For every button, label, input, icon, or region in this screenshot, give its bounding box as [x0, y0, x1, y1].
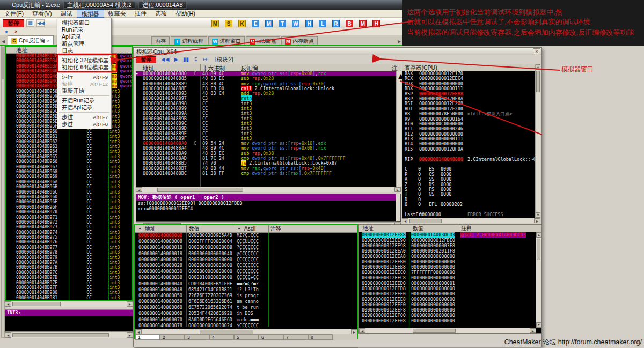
flag-row[interactable]: P0CS0000 [402, 172, 540, 177]
menu-选项[interactable]: 选项 [151, 10, 171, 18]
disasm-vscrollbar[interactable]: ▲ [396, 71, 401, 187]
toolbar-letter-M[interactable]: M [265, 20, 273, 27]
table-row[interactable]: 00000001400000380000010000000000ÇÇÇÇÇ+ÇÇ [135, 275, 357, 280]
table-row[interactable]: 000000000012EEA80000000000000000 [359, 254, 536, 259]
menu-收藏夹[interactable]: 收藏夹 [104, 10, 130, 18]
table-row[interactable]: 000000000012EEB00000000000000000 [359, 259, 536, 264]
breakpoint-icon[interactable]: ● [3, 29, 10, 35]
menu-item-暂停[interactable]: 暂停Alt+F12 [57, 80, 111, 87]
dump-tab-4[interactable]: 4 [209, 334, 234, 340]
registers-hscrollbar[interactable]: ◄► [402, 218, 540, 223]
table-row[interactable]: 00000001400000180000000000000040@ÇÇÇÇÇÇÇ [135, 251, 357, 257]
menu-item-日志[interactable]: 日志 [57, 47, 111, 54]
menu-item-步进[interactable]: 步进Alt+F7 [57, 114, 111, 121]
toolbar-letter-B[interactable]: B [346, 20, 353, 27]
table-row[interactable]: 00000001400000586F6E6E6163206D61am canno [135, 299, 357, 305]
table-row[interactable]: 00000001400000606E75722065622074t be run [135, 305, 357, 310]
toolbar-letter-L[interactable]: L [319, 20, 326, 27]
table-row[interactable]: 00000001400000000000000300905A4DMZ?Ç.ÇÇÇ [135, 233, 357, 239]
register-row[interactable]: R150000000000120F0A [402, 147, 540, 152]
table-row[interactable]: 00000001400000200000000000000000ÇÇÇÇÇÇÇÇ [135, 257, 357, 263]
registers-vscrollbar[interactable]: ▲▼ [535, 64, 540, 218]
table-row[interactable]: 00000001400000700A0D0D2E65646F6Dmode.■■■ [135, 317, 357, 323]
disasm-hscrollbar[interactable]: ◄► [136, 187, 401, 192]
table-row[interactable]: 00000001400000780000000000000024$ÇÇÇÇÇÇÇ [135, 323, 357, 329]
memory-dump-window[interactable]: ▼ 地址 数值 ▼ Ascii 注释 000000014000000000000… [134, 224, 358, 339]
menu-item-初始化 64位模拟器[interactable]: 初始化 64位模拟器 [57, 64, 111, 71]
emulator-disasm-pane[interactable]: 地址 十六进制 反汇编 注释 ►0000000140048880C48 89 4… [136, 64, 401, 187]
menu-帮助(H)[interactable]: 帮助(H) [171, 10, 200, 18]
table-row[interactable]: 000000014000001000000000000000B8?ÇÇÇÇÇÇÇ [135, 245, 357, 250]
table-row[interactable]: 000000000012EEB80000000000000000 [359, 264, 536, 270]
menu-插件[interactable]: 插件 [130, 10, 151, 18]
rewind-icon[interactable]: ◀◀ [36, 19, 45, 27]
menu-查看(V)[interactable]: 查看(V) [28, 10, 56, 18]
table-row[interactable]: 000000000012EEC80000000000000000 [359, 275, 536, 280]
menu-模拟器[interactable]: 模拟器 [77, 10, 104, 18]
toolbar-letter-T[interactable]: T [279, 20, 286, 27]
stack-vscrollbar[interactable]: ▲▼ [536, 232, 541, 328]
left-vertical-scrollbar[interactable] [1, 46, 5, 338]
ascii-sort-icon[interactable]: ▼ [237, 225, 241, 233]
run-icon[interactable]: ▶ [174, 56, 178, 63]
flag-row[interactable]: O0EFL00000202 [402, 202, 540, 207]
pause-icon[interactable]: ▮▮ [183, 56, 189, 63]
flag-row[interactable]: D0 [402, 197, 540, 202]
stack-window[interactable]: 地址 数值 注释 000000000012EE88000000014003DCD… [358, 224, 542, 334]
table-row[interactable]: 00000001400488BC81 38 FFcmp dword ptr ds… [136, 171, 401, 176]
menu-item-Run记录[interactable]: Run记录 [57, 26, 111, 33]
pause-button[interactable]: 暂停 [3, 19, 24, 27]
delete-icon[interactable]: × [13, 29, 19, 35]
toolbar-letter-H[interactable]: H [305, 20, 313, 27]
menu-item-断点管理[interactable]: 断点管理 [57, 40, 111, 47]
table-row[interactable]: 000000000012EE90000000000012FBE0 [359, 238, 536, 243]
log-icon[interactable]: ▦ [26, 19, 34, 27]
menu-item-模拟器窗口[interactable]: 模拟器窗口 [57, 19, 111, 26]
left-hscrollbar[interactable]: ◄► [5, 301, 133, 307]
emulator-close-button[interactable]: × [533, 48, 540, 54]
table-row[interactable]: 00000001400000280000000000000000ÇÇÇÇÇÇÇÇ [135, 263, 357, 269]
toolbar-letter-H[interactable]: H [372, 20, 380, 27]
tab-close-icon[interactable]: × [47, 38, 50, 44]
dump-tab-5[interactable]: 5 [234, 334, 259, 340]
info-vscrollbar[interactable] [396, 194, 400, 221]
table-row[interactable]: 000000000012EEE00000000000000000 [359, 291, 536, 297]
menu-item-初始化 32位模拟器[interactable]: 初始化 32位模拟器 [57, 57, 111, 64]
toolbar-letter-K[interactable]: K [238, 20, 246, 27]
table-row[interactable]: 000000014000006820534F44206E6920 in DOS [135, 310, 357, 316]
dump-hscrollbar[interactable]: ◄► [135, 329, 357, 334]
dump-tab-7[interactable]: 7 [283, 334, 308, 340]
menu-item-Api记录[interactable]: Api记录 [57, 33, 111, 40]
menu-item-重新开始[interactable]: 重新开始 [57, 87, 111, 94]
flag-row[interactable]: T0GS0000 [402, 192, 540, 197]
registers-pane[interactable]: 寄存器(CPU) RAX000000000012F170RCX000000000… [402, 64, 540, 223]
menu-调试[interactable]: 调试 [56, 10, 77, 18]
menu-item-步过[interactable]: 步过Alt+F8 [57, 121, 111, 128]
table-row[interactable]: 000000000012EEF00000000000000000 [359, 302, 536, 307]
table-row[interactable]: 000000000012EEE80000000000000000 [359, 297, 536, 302]
register-row[interactable]: LastErr00000000ERROR_SUCCESS [402, 212, 540, 217]
flag-row[interactable]: C0ES0000 [402, 167, 540, 172]
table-row[interactable]: 000000000012EF080000000000000000 [359, 318, 536, 323]
table-row[interactable]: 000000000012EED80000000000000000 [359, 286, 536, 291]
restart-icon[interactable]: ◀◀ [161, 56, 169, 63]
toolbar-letter-S[interactable]: S [225, 20, 232, 27]
table-row[interactable]: 000000014000005072676F7270207369is progr [135, 293, 357, 299]
table-row[interactable]: 0000000140000040CD09B4000EBA1F0E■■?■Ç?■? [135, 281, 357, 287]
table-row[interactable]: 000000000012EED00000000000000001 [359, 280, 536, 286]
toolbar-letter-W[interactable]: W [292, 20, 299, 27]
table-row[interactable]: 000000000012EE88000000014003DCD3返回到 2.00… [359, 232, 536, 238]
step-into-icon[interactable]: ↧ [194, 56, 198, 63]
dump-tab-1[interactable]: 1 [135, 334, 160, 340]
menu-item-开启Api记录[interactable]: 开启Api记录 [57, 104, 111, 111]
sort-icon[interactable]: ▼ [138, 225, 142, 233]
table-row[interactable]: 000000000012EE9800000000000003E8 [359, 243, 536, 248]
table-row[interactable]: 00000001400000300000000000000000ÇÇÇÇÇÇÇÇ [135, 269, 357, 275]
emulator-titlebar[interactable]: 模拟器Cpu_X64 × [134, 48, 541, 55]
dump-tab-2[interactable]: 2 [160, 334, 185, 340]
menu-文件(F)[interactable]: 文件(F) [0, 10, 28, 18]
toolbar-letter-R[interactable]: R [332, 20, 340, 27]
emulator-pause-button[interactable]: 暂停 [136, 56, 156, 63]
flag-row[interactable]: Z0DS0000 [402, 182, 540, 187]
toolbar-letter-E[interactable]: E [252, 20, 259, 27]
